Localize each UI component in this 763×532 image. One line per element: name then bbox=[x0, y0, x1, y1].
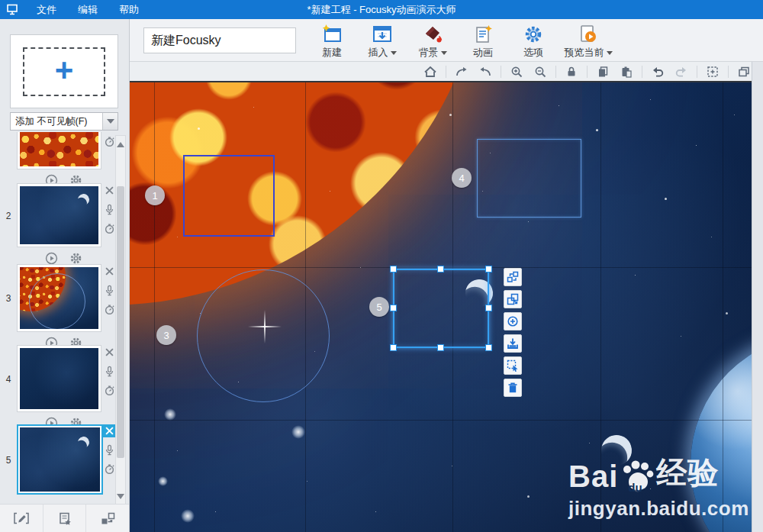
star-blob bbox=[181, 509, 195, 523]
home-icon[interactable] bbox=[422, 65, 439, 79]
path-circle bbox=[29, 273, 85, 329]
zoom-in-icon[interactable] bbox=[508, 65, 525, 79]
gear-icon[interactable] bbox=[69, 251, 82, 265]
slide-thumbnail[interactable] bbox=[17, 183, 101, 247]
delete-trash-icon[interactable] bbox=[504, 379, 522, 397]
star-blob bbox=[158, 476, 168, 486]
scale-object-icon[interactable] bbox=[504, 290, 522, 308]
background-button-label: 背景 bbox=[419, 46, 439, 60]
project-name-input[interactable] bbox=[143, 27, 296, 53]
toolbar-separator bbox=[501, 66, 501, 78]
resize-handle-s[interactable] bbox=[437, 344, 444, 351]
slide-thumbnail[interactable] bbox=[17, 345, 101, 412]
toolbar-separator bbox=[697, 66, 697, 78]
free-transform-icon[interactable] bbox=[504, 356, 522, 375]
timer-icon[interactable] bbox=[103, 303, 116, 316]
right-panel-strip bbox=[752, 62, 763, 532]
close-icon[interactable] bbox=[103, 184, 116, 197]
editing-canvas[interactable]: 1 3 4 5 bbox=[130, 82, 752, 532]
path-frame-4-rect[interactable] bbox=[477, 139, 581, 218]
options-button[interactable]: 选项 bbox=[508, 21, 559, 60]
paste-icon[interactable] bbox=[618, 65, 635, 79]
resize-handle-se[interactable] bbox=[485, 344, 492, 351]
zoom-area-icon[interactable] bbox=[504, 312, 522, 330]
path-marker-3[interactable]: 3 bbox=[156, 325, 176, 345]
menu-help[interactable]: 帮助 bbox=[108, 0, 150, 19]
toolbar-separator bbox=[728, 66, 729, 78]
slide-thumbnail[interactable] bbox=[17, 132, 101, 169]
edit-frame-button[interactable] bbox=[0, 505, 43, 532]
timer-icon[interactable] bbox=[103, 135, 116, 148]
animation-button-label: 动画 bbox=[473, 46, 493, 60]
preview-current-button[interactable]: 预览当前 bbox=[559, 21, 618, 60]
plus-icon: + bbox=[55, 54, 74, 86]
path-frame-1-rect[interactable] bbox=[183, 155, 275, 237]
watermark-bai: Bai bbox=[568, 459, 618, 494]
undo-icon[interactable] bbox=[649, 65, 666, 79]
add-invisible-frame-dropdown[interactable]: 添加 不可见帧(F) bbox=[10, 112, 118, 131]
microphone-icon[interactable] bbox=[103, 203, 116, 216]
new-button-label: 新建 bbox=[322, 46, 342, 60]
reorder-path-icon[interactable] bbox=[504, 268, 522, 286]
swap-frame-button[interactable] bbox=[85, 505, 129, 532]
menu-file[interactable]: 文件 bbox=[26, 0, 67, 19]
selected-object-frame-5[interactable] bbox=[393, 269, 489, 348]
path-marker-1[interactable]: 1 bbox=[145, 185, 165, 205]
microphone-icon[interactable] bbox=[103, 284, 116, 297]
moon-icon bbox=[77, 193, 91, 207]
sidebar-scrollbar[interactable] bbox=[115, 135, 126, 506]
dropdown-arrow-button[interactable] bbox=[102, 113, 118, 130]
resize-handle-w[interactable] bbox=[390, 305, 397, 311]
resize-handle-sw[interactable] bbox=[390, 344, 397, 351]
copy-icon[interactable] bbox=[594, 65, 611, 79]
grid-line bbox=[154, 82, 155, 532]
insert-button-label: 插入 bbox=[369, 46, 388, 60]
dropdown-label: 添加 不可见帧(F) bbox=[11, 115, 102, 128]
main-toolbar: 新建 插入 背景 动画 bbox=[130, 19, 763, 62]
path-frame-3-circle[interactable] bbox=[197, 269, 330, 402]
resize-handle-ne[interactable] bbox=[485, 266, 492, 272]
menu-edit[interactable]: 编辑 bbox=[67, 0, 108, 19]
redo-icon[interactable] bbox=[673, 65, 690, 79]
app-logo-icon bbox=[6, 4, 18, 15]
resize-handle-nw[interactable] bbox=[390, 266, 397, 272]
insert-button[interactable]: 插入 bbox=[357, 21, 407, 60]
microphone-icon[interactable] bbox=[103, 443, 116, 456]
scrollbar-thumb[interactable] bbox=[117, 186, 124, 458]
slide-thumbnail[interactable] bbox=[17, 264, 101, 332]
timer-icon[interactable] bbox=[103, 463, 116, 476]
lock-icon[interactable] bbox=[563, 65, 580, 79]
resize-handle-n[interactable] bbox=[437, 266, 444, 272]
timer-icon[interactable] bbox=[103, 222, 116, 235]
play-icon[interactable] bbox=[44, 251, 58, 265]
background-button[interactable]: 背景 bbox=[407, 21, 458, 60]
arrange-windows-icon[interactable] bbox=[736, 65, 752, 79]
path-marker-5[interactable]: 5 bbox=[369, 297, 389, 317]
timer-icon[interactable] bbox=[103, 384, 116, 397]
slide-number: 5 bbox=[3, 455, 14, 466]
animation-button[interactable]: 动画 bbox=[458, 21, 508, 60]
close-icon[interactable] bbox=[103, 346, 116, 359]
path-marker-4[interactable]: 4 bbox=[452, 168, 472, 188]
add-frame-button[interactable]: + bbox=[10, 34, 118, 108]
scroll-up-icon[interactable] bbox=[117, 142, 124, 147]
close-icon[interactable] bbox=[103, 265, 116, 278]
slide-1-fire-image bbox=[20, 132, 98, 166]
slide-thumbnail-selected[interactable] bbox=[17, 424, 103, 495]
chevron-down-icon bbox=[107, 119, 114, 124]
scroll-down-icon[interactable] bbox=[117, 494, 124, 499]
notes-star-button[interactable] bbox=[43, 505, 86, 532]
fit-selection-icon[interactable] bbox=[704, 65, 721, 79]
close-icon[interactable] bbox=[103, 424, 116, 437]
curve-forward-icon[interactable] bbox=[453, 65, 470, 79]
watermark-jingyan: 经验 bbox=[656, 452, 719, 494]
curve-back-icon[interactable] bbox=[477, 65, 494, 79]
slide-number: 3 bbox=[3, 293, 14, 304]
new-button[interactable]: 新建 bbox=[307, 21, 357, 60]
star-blob bbox=[164, 408, 176, 421]
microphone-icon[interactable] bbox=[103, 365, 116, 378]
resize-handle-e[interactable] bbox=[485, 305, 492, 311]
slide-2-space-image bbox=[20, 186, 98, 244]
zoom-out-icon[interactable] bbox=[532, 65, 549, 79]
import-to-frame-icon[interactable] bbox=[504, 334, 522, 353]
